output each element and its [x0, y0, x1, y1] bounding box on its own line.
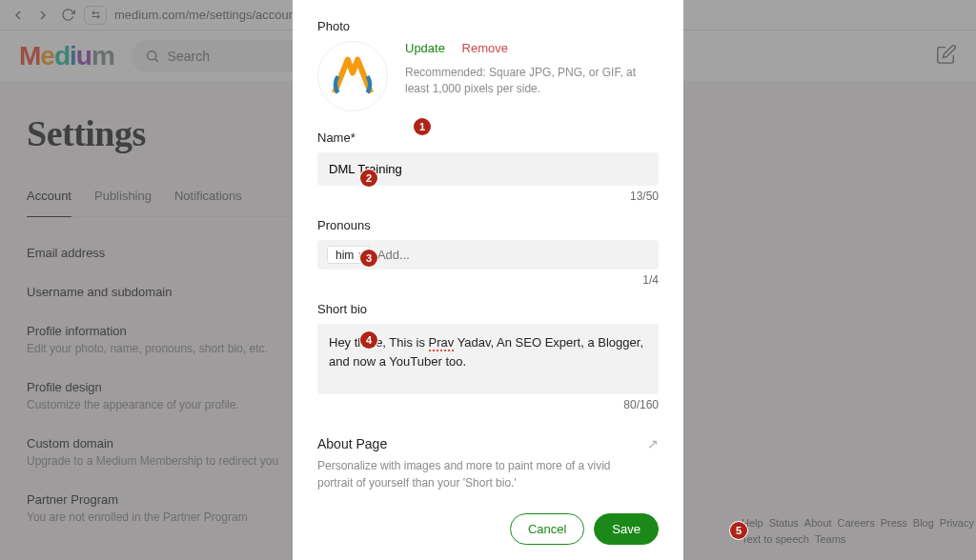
photo-label: Photo [317, 19, 659, 33]
modal-footer: Cancel Save [317, 498, 659, 545]
about-page-row[interactable]: About Page ↗ Personalize with images and… [317, 427, 659, 491]
annotation-5: 5 [730, 522, 747, 539]
bio-label: Short bio [317, 302, 659, 316]
photo-update-link[interactable]: Update [405, 41, 445, 55]
name-counter: 13/50 [317, 190, 659, 203]
annotation-4: 4 [360, 331, 377, 349]
bio-field-group: Short bio Hey there, This is Prav Yadav,… [317, 302, 659, 411]
photo-row: Update Remove Recommended: Square JPG, P… [317, 41, 659, 111]
pronoun-add-input[interactable] [377, 248, 649, 262]
name-field-group: Name* 13/50 [317, 130, 659, 203]
photo-remove-link[interactable]: Remove [462, 41, 508, 55]
profile-info-modal: Photo Update Remove Recommended: Square … [293, 0, 683, 560]
annotation-3: 3 [360, 250, 377, 267]
photo-recommendation: Recommended: Square JPG, PNG, or GIF, at… [405, 65, 653, 97]
cancel-button[interactable]: Cancel [510, 513, 584, 545]
pronoun-counter: 1/4 [317, 273, 659, 287]
about-title: About Page [317, 436, 387, 451]
pronouns-label: Pronouns [317, 218, 659, 232]
save-button[interactable]: Save [594, 513, 659, 545]
about-sub: Personalize with images and more to pain… [317, 457, 613, 491]
annotation-1: 1 [414, 118, 431, 135]
name-label: Name* [317, 130, 659, 145]
external-arrow-icon: ↗ [647, 436, 659, 451]
avatar[interactable] [317, 41, 388, 111]
annotation-2: 2 [360, 170, 377, 187]
bio-counter: 80/160 [317, 398, 659, 411]
